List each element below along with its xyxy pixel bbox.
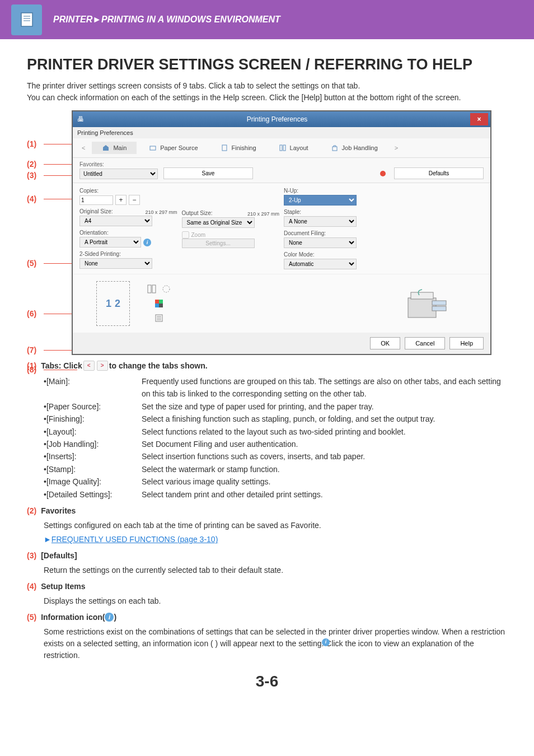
section-icon: [11, 4, 42, 35]
zoom-checkbox: [182, 231, 189, 239]
svg-rect-22: [432, 301, 446, 305]
tab-desc-row: •[Paper Source]:Set the size and type of…: [44, 400, 507, 413]
copies-minus[interactable]: −: [129, 195, 140, 205]
settings-area: Copies: + − Original Size:210 x 297 mm A…: [73, 183, 490, 274]
close-button[interactable]: ×: [470, 113, 488, 125]
copies-label: Copies:: [79, 188, 177, 194]
svg-rect-8: [332, 147, 337, 151]
tab-row: < Main Paper Source Finishing Layout: [73, 138, 490, 158]
cancel-button[interactable]: Cancel: [405, 337, 445, 349]
tab-desc-row: •[Detailed Settings]:Select tandem print…: [44, 488, 507, 501]
staple-select[interactable]: A None: [284, 216, 357, 227]
output-size-select[interactable]: Same as Original Size: [182, 217, 255, 228]
callout-1: (1): [27, 139, 36, 148]
nup-select[interactable]: 2-Up: [284, 195, 357, 206]
tab-finishing[interactable]: Finishing: [210, 142, 266, 154]
doc-icon: [221, 144, 228, 152]
dialog-footer: OK Cancel Help: [73, 333, 490, 354]
callout-3: (3): [27, 171, 36, 180]
frequently-used-link[interactable]: FREQUENTLY USED FUNCTIONS (page 3-10): [51, 535, 218, 544]
svg-rect-5: [222, 145, 227, 151]
output-size-label: Output Size:: [182, 210, 245, 216]
tab-paper-source[interactable]: Paper Source: [139, 142, 208, 154]
tab-main[interactable]: Main: [92, 142, 137, 154]
page-preview: 1 2: [96, 281, 130, 326]
tab-arrow-right-icon: >: [97, 361, 108, 371]
tab-arrow-left-icon: <: [83, 361, 95, 371]
page-number: 3-6: [27, 673, 507, 690]
tab-nav-left[interactable]: <: [77, 142, 90, 153]
doc-filing-select[interactable]: None: [284, 237, 357, 248]
callout-4: (4): [27, 194, 36, 203]
svg-point-11: [163, 286, 170, 292]
layout-icon: [279, 144, 287, 152]
staple-preview-icon: [161, 284, 171, 294]
page-header: PRINTER►PRINTING IN A WINDOWS ENVIRONMEN…: [0, 0, 534, 39]
job-icon: [331, 144, 339, 152]
original-size-label: Original Size:: [79, 208, 143, 214]
info-icon-inline-2: i: [322, 638, 330, 646]
intro-text: The printer driver settings screen consi…: [27, 80, 507, 104]
help-button[interactable]: Help: [449, 337, 484, 349]
staple-label: Staple:: [284, 209, 382, 215]
window-icon: 🖶: [77, 115, 84, 123]
copies-plus[interactable]: +: [115, 195, 127, 205]
tab-desc-row: •[Stamp]:Select the watermark or stamp f…: [44, 463, 507, 475]
callout-5: (5): [27, 259, 36, 268]
color-mode-select[interactable]: Automatic: [284, 259, 357, 269]
svg-rect-0: [21, 13, 32, 26]
callout-8: (8): [27, 365, 36, 374]
tab-desc-row: •[Inserts]:Select insertion functions su…: [44, 450, 507, 463]
ok-button[interactable]: OK: [370, 337, 400, 349]
window-title: Printing Preferences: [84, 115, 470, 123]
zoom-settings-button: Settings...: [182, 239, 255, 248]
tab-job-handling[interactable]: Job Handling: [321, 142, 388, 154]
printing-preferences-dialog: 🖶 Printing Preferences × Printing Prefer…: [72, 110, 491, 355]
orientation-label: Orientation:: [79, 230, 177, 236]
tab-strip: Printing Preferences: [73, 127, 490, 138]
desc-favorites: (2) Favorites Settings configured on eac…: [27, 506, 507, 545]
svg-rect-14: [155, 304, 159, 307]
svg-rect-23: [432, 306, 446, 311]
svg-rect-4: [150, 146, 156, 150]
copies-input[interactable]: [79, 195, 113, 205]
two-sided-label: 2-Sided Printing:: [79, 251, 177, 257]
desc-setup-items: (4) Setup Items Displays the settings on…: [27, 582, 507, 607]
desc-tabs: (1) Tabs: Click < > to change the tabs s…: [27, 361, 507, 501]
two-sided-select[interactable]: None: [79, 258, 152, 269]
desc-defaults: (3) [Defaults] Return the settings on th…: [27, 551, 507, 576]
tab-desc-row: •[Job Handling]:Set Document Filing and …: [44, 438, 507, 450]
zoom-label: Zoom: [191, 232, 206, 238]
tab-desc-row: •[Layout]:Select functions related to th…: [44, 426, 507, 438]
callout-2: (2): [27, 160, 36, 169]
defaults-button[interactable]: Defaults: [394, 167, 484, 179]
svg-rect-21: [411, 292, 433, 299]
favorites-select[interactable]: Untitled: [79, 169, 158, 179]
preview-area: 1 2: [73, 274, 490, 333]
page-title: PRINTER DRIVER SETTINGS SCREEN / REFERRI…: [27, 56, 507, 73]
breadcrumb: PRINTER►PRINTING IN A WINDOWS ENVIRONMEN…: [53, 15, 280, 25]
tray-icon: [149, 144, 157, 152]
tab-desc-row: •[Image Quality]:Select various image qu…: [44, 475, 507, 488]
svg-rect-10: [152, 285, 156, 293]
title-bar: 🖶 Printing Preferences ×: [73, 111, 490, 127]
svg-rect-9: [148, 285, 151, 293]
callout-6: (6): [27, 309, 36, 318]
color-mode-label: Color Mode:: [284, 251, 382, 258]
svg-rect-15: [159, 304, 163, 307]
doc-filing-label: Document Filing:: [284, 230, 382, 236]
info-icon-text: Some restrictions exist on the combinati…: [27, 626, 507, 661]
tab-layout[interactable]: Layout: [269, 142, 318, 154]
tab-nav-right[interactable]: >: [390, 142, 402, 153]
callout-7: (7): [27, 346, 36, 354]
favorites-label: Favorites:: [79, 161, 158, 167]
tab-desc-row: •[Main]:Frequently used functions are gr…: [44, 375, 507, 400]
svg-rect-6: [280, 145, 282, 151]
callout-3-dot: [380, 171, 386, 176]
save-button[interactable]: Save: [163, 167, 253, 179]
orientation-select[interactable]: A Portrait: [79, 237, 141, 248]
original-size-select[interactable]: A4: [79, 216, 152, 226]
color-preview-icon: [154, 298, 164, 309]
duplex-icon: [147, 284, 157, 294]
info-icon[interactable]: i: [143, 239, 151, 246]
